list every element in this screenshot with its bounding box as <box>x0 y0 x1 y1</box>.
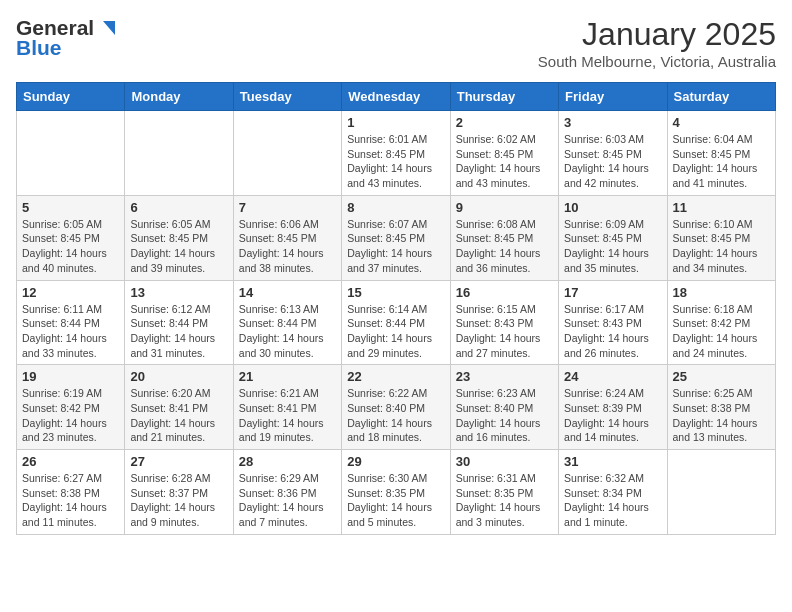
day-number: 17 <box>564 285 661 300</box>
logo-icon <box>95 17 117 39</box>
day-info: Sunrise: 6:23 AM Sunset: 8:40 PM Dayligh… <box>456 386 553 445</box>
calendar-cell: 15Sunrise: 6:14 AM Sunset: 8:44 PM Dayli… <box>342 280 450 365</box>
svg-marker-0 <box>103 21 115 35</box>
day-info: Sunrise: 6:19 AM Sunset: 8:42 PM Dayligh… <box>22 386 119 445</box>
day-info: Sunrise: 6:18 AM Sunset: 8:42 PM Dayligh… <box>673 302 770 361</box>
calendar-cell: 24Sunrise: 6:24 AM Sunset: 8:39 PM Dayli… <box>559 365 667 450</box>
day-number: 11 <box>673 200 770 215</box>
calendar-cell: 13Sunrise: 6:12 AM Sunset: 8:44 PM Dayli… <box>125 280 233 365</box>
day-info: Sunrise: 6:09 AM Sunset: 8:45 PM Dayligh… <box>564 217 661 276</box>
calendar-cell: 16Sunrise: 6:15 AM Sunset: 8:43 PM Dayli… <box>450 280 558 365</box>
calendar-cell: 28Sunrise: 6:29 AM Sunset: 8:36 PM Dayli… <box>233 450 341 535</box>
day-number: 5 <box>22 200 119 215</box>
day-number: 30 <box>456 454 553 469</box>
calendar-day-header: Sunday <box>17 83 125 111</box>
day-info: Sunrise: 6:05 AM Sunset: 8:45 PM Dayligh… <box>130 217 227 276</box>
day-info: Sunrise: 6:27 AM Sunset: 8:38 PM Dayligh… <box>22 471 119 530</box>
location-subtitle: South Melbourne, Victoria, Australia <box>538 53 776 70</box>
day-info: Sunrise: 6:32 AM Sunset: 8:34 PM Dayligh… <box>564 471 661 530</box>
day-info: Sunrise: 6:31 AM Sunset: 8:35 PM Dayligh… <box>456 471 553 530</box>
day-number: 10 <box>564 200 661 215</box>
calendar-cell <box>233 111 341 196</box>
day-info: Sunrise: 6:10 AM Sunset: 8:45 PM Dayligh… <box>673 217 770 276</box>
day-number: 28 <box>239 454 336 469</box>
day-info: Sunrise: 6:04 AM Sunset: 8:45 PM Dayligh… <box>673 132 770 191</box>
calendar-cell: 21Sunrise: 6:21 AM Sunset: 8:41 PM Dayli… <box>233 365 341 450</box>
calendar-table: SundayMondayTuesdayWednesdayThursdayFrid… <box>16 82 776 535</box>
day-number: 16 <box>456 285 553 300</box>
calendar-cell: 1Sunrise: 6:01 AM Sunset: 8:45 PM Daylig… <box>342 111 450 196</box>
day-number: 20 <box>130 369 227 384</box>
day-number: 24 <box>564 369 661 384</box>
day-info: Sunrise: 6:29 AM Sunset: 8:36 PM Dayligh… <box>239 471 336 530</box>
calendar-cell <box>17 111 125 196</box>
calendar-cell: 10Sunrise: 6:09 AM Sunset: 8:45 PM Dayli… <box>559 195 667 280</box>
calendar-cell: 14Sunrise: 6:13 AM Sunset: 8:44 PM Dayli… <box>233 280 341 365</box>
calendar-cell: 2Sunrise: 6:02 AM Sunset: 8:45 PM Daylig… <box>450 111 558 196</box>
day-info: Sunrise: 6:02 AM Sunset: 8:45 PM Dayligh… <box>456 132 553 191</box>
calendar-cell: 29Sunrise: 6:30 AM Sunset: 8:35 PM Dayli… <box>342 450 450 535</box>
calendar-cell: 22Sunrise: 6:22 AM Sunset: 8:40 PM Dayli… <box>342 365 450 450</box>
calendar-cell: 4Sunrise: 6:04 AM Sunset: 8:45 PM Daylig… <box>667 111 775 196</box>
day-info: Sunrise: 6:08 AM Sunset: 8:45 PM Dayligh… <box>456 217 553 276</box>
day-info: Sunrise: 6:22 AM Sunset: 8:40 PM Dayligh… <box>347 386 444 445</box>
calendar-week-row: 19Sunrise: 6:19 AM Sunset: 8:42 PM Dayli… <box>17 365 776 450</box>
day-info: Sunrise: 6:06 AM Sunset: 8:45 PM Dayligh… <box>239 217 336 276</box>
day-number: 19 <box>22 369 119 384</box>
calendar-cell: 25Sunrise: 6:25 AM Sunset: 8:38 PM Dayli… <box>667 365 775 450</box>
calendar-cell: 30Sunrise: 6:31 AM Sunset: 8:35 PM Dayli… <box>450 450 558 535</box>
day-number: 21 <box>239 369 336 384</box>
calendar-cell: 7Sunrise: 6:06 AM Sunset: 8:45 PM Daylig… <box>233 195 341 280</box>
page-header: General Blue January 2025 South Melbourn… <box>16 16 776 70</box>
day-number: 22 <box>347 369 444 384</box>
calendar-cell: 8Sunrise: 6:07 AM Sunset: 8:45 PM Daylig… <box>342 195 450 280</box>
calendar-day-header: Saturday <box>667 83 775 111</box>
day-number: 8 <box>347 200 444 215</box>
calendar-week-row: 5Sunrise: 6:05 AM Sunset: 8:45 PM Daylig… <box>17 195 776 280</box>
day-info: Sunrise: 6:21 AM Sunset: 8:41 PM Dayligh… <box>239 386 336 445</box>
calendar-cell: 18Sunrise: 6:18 AM Sunset: 8:42 PM Dayli… <box>667 280 775 365</box>
calendar-cell: 20Sunrise: 6:20 AM Sunset: 8:41 PM Dayli… <box>125 365 233 450</box>
day-number: 15 <box>347 285 444 300</box>
calendar-header-row: SundayMondayTuesdayWednesdayThursdayFrid… <box>17 83 776 111</box>
day-number: 3 <box>564 115 661 130</box>
logo: General Blue <box>16 16 117 60</box>
day-info: Sunrise: 6:01 AM Sunset: 8:45 PM Dayligh… <box>347 132 444 191</box>
day-number: 1 <box>347 115 444 130</box>
calendar-cell: 3Sunrise: 6:03 AM Sunset: 8:45 PM Daylig… <box>559 111 667 196</box>
logo-blue-text: Blue <box>16 36 62 60</box>
calendar-day-header: Thursday <box>450 83 558 111</box>
day-info: Sunrise: 6:24 AM Sunset: 8:39 PM Dayligh… <box>564 386 661 445</box>
day-info: Sunrise: 6:11 AM Sunset: 8:44 PM Dayligh… <box>22 302 119 361</box>
calendar-week-row: 12Sunrise: 6:11 AM Sunset: 8:44 PM Dayli… <box>17 280 776 365</box>
day-number: 12 <box>22 285 119 300</box>
day-info: Sunrise: 6:25 AM Sunset: 8:38 PM Dayligh… <box>673 386 770 445</box>
day-info: Sunrise: 6:05 AM Sunset: 8:45 PM Dayligh… <box>22 217 119 276</box>
day-number: 18 <box>673 285 770 300</box>
day-info: Sunrise: 6:13 AM Sunset: 8:44 PM Dayligh… <box>239 302 336 361</box>
day-info: Sunrise: 6:28 AM Sunset: 8:37 PM Dayligh… <box>130 471 227 530</box>
day-info: Sunrise: 6:07 AM Sunset: 8:45 PM Dayligh… <box>347 217 444 276</box>
day-info: Sunrise: 6:03 AM Sunset: 8:45 PM Dayligh… <box>564 132 661 191</box>
day-info: Sunrise: 6:30 AM Sunset: 8:35 PM Dayligh… <box>347 471 444 530</box>
month-title: January 2025 <box>538 16 776 53</box>
day-info: Sunrise: 6:15 AM Sunset: 8:43 PM Dayligh… <box>456 302 553 361</box>
day-number: 14 <box>239 285 336 300</box>
calendar-day-header: Monday <box>125 83 233 111</box>
day-number: 9 <box>456 200 553 215</box>
day-number: 29 <box>347 454 444 469</box>
calendar-week-row: 26Sunrise: 6:27 AM Sunset: 8:38 PM Dayli… <box>17 450 776 535</box>
calendar-day-header: Tuesday <box>233 83 341 111</box>
day-info: Sunrise: 6:12 AM Sunset: 8:44 PM Dayligh… <box>130 302 227 361</box>
calendar-cell: 11Sunrise: 6:10 AM Sunset: 8:45 PM Dayli… <box>667 195 775 280</box>
day-number: 2 <box>456 115 553 130</box>
calendar-cell: 26Sunrise: 6:27 AM Sunset: 8:38 PM Dayli… <box>17 450 125 535</box>
day-number: 26 <box>22 454 119 469</box>
calendar-cell: 5Sunrise: 6:05 AM Sunset: 8:45 PM Daylig… <box>17 195 125 280</box>
day-number: 7 <box>239 200 336 215</box>
day-info: Sunrise: 6:17 AM Sunset: 8:43 PM Dayligh… <box>564 302 661 361</box>
day-number: 13 <box>130 285 227 300</box>
title-block: January 2025 South Melbourne, Victoria, … <box>538 16 776 70</box>
day-number: 4 <box>673 115 770 130</box>
calendar-cell: 23Sunrise: 6:23 AM Sunset: 8:40 PM Dayli… <box>450 365 558 450</box>
